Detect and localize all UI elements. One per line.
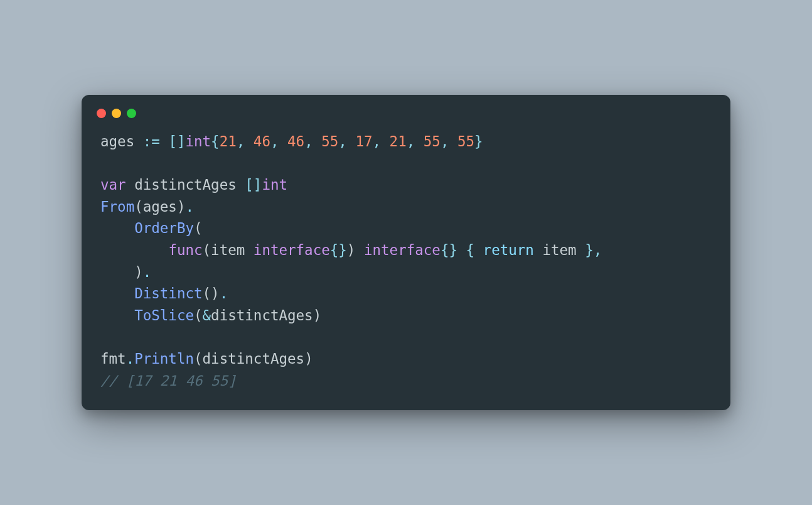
window-controls <box>82 109 730 131</box>
code-line-12: // [17 21 46 55] <box>100 372 237 389</box>
code-block: ages := []int{21, 46, 46, 55, 17, 21, 55… <box>82 131 730 392</box>
code-line-9: ToSlice(&distinctAges) <box>100 307 321 323</box>
code-line-1: ages := []int{21, 46, 46, 55, 17, 21, 55… <box>100 133 483 149</box>
code-line-6: func(item interface{}) interface{} { ret… <box>100 242 602 258</box>
code-line-7: ). <box>100 264 151 280</box>
code-line-5: OrderBy( <box>100 220 203 236</box>
close-icon[interactable] <box>97 109 106 118</box>
code-line-3: var distinctAges []int <box>100 176 287 193</box>
code-line-4: From(ages). <box>100 198 194 215</box>
code-line-8: Distinct(). <box>100 285 228 301</box>
code-line-11: fmt.Println(distinctAges) <box>100 350 313 367</box>
minimize-icon[interactable] <box>112 109 121 118</box>
maximize-icon[interactable] <box>127 109 136 118</box>
code-window: ages := []int{21, 46, 46, 55, 17, 21, 55… <box>82 95 730 411</box>
